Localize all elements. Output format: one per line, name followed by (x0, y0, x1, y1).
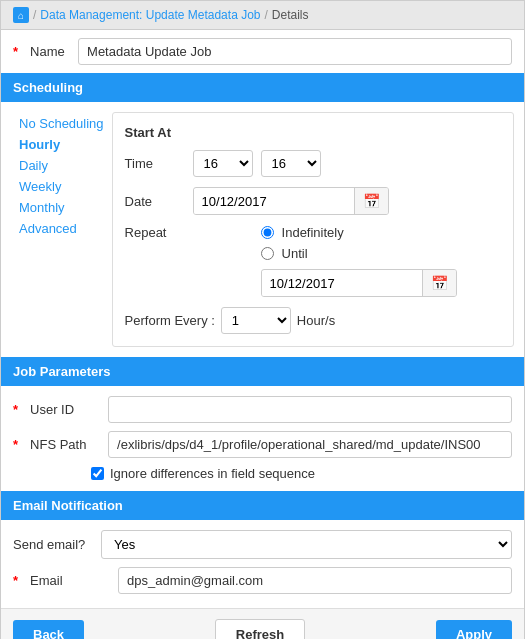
until-calendar-icon[interactable]: 📅 (422, 270, 456, 296)
job-parameters-header: Job Parameters (1, 357, 524, 386)
email-required-star: * (13, 573, 18, 588)
job-parameters-body: * User ID * NFS Path Ignore differences … (1, 386, 524, 491)
back-button[interactable]: Back (13, 620, 84, 639)
home-icon[interactable]: ⌂ (13, 7, 29, 23)
footer-bar: Back Refresh Apply (1, 608, 524, 639)
repeat-options: Indefinitely Until 📅 (261, 225, 457, 297)
email-notification-header: Email Notification (1, 491, 524, 520)
send-email-row: Send email? Yes No (13, 530, 512, 559)
nav-daily[interactable]: Daily (19, 158, 104, 173)
hour-select[interactable]: 16 (193, 150, 253, 177)
nav-monthly[interactable]: Monthly (19, 200, 104, 215)
repeat-until-label: Until (282, 246, 308, 261)
time-label: Time (125, 156, 185, 171)
breadcrumb-current: Details (272, 8, 309, 22)
nfs-path-required-star: * (13, 437, 18, 452)
time-row: Time 16 16 (125, 150, 501, 177)
user-id-label: User ID (30, 402, 100, 417)
calendar-icon[interactable]: 📅 (354, 188, 388, 214)
apply-button[interactable]: Apply (436, 620, 512, 639)
radio-indefinitely[interactable] (261, 226, 274, 239)
nav-no-scheduling[interactable]: No Scheduling (19, 116, 104, 131)
name-row: * Name (1, 30, 524, 73)
perform-every-row: Perform Every : 1 2 3 6 12 Hour/s (125, 307, 501, 334)
page-container: ⌂ / Data Management: Update Metadata Job… (0, 0, 525, 639)
ignore-diff-checkbox[interactable] (91, 467, 104, 480)
send-email-select[interactable]: Yes No (101, 530, 512, 559)
email-notification-body: Send email? Yes No * Email (1, 520, 524, 604)
scheduling-header: Scheduling (1, 73, 524, 102)
ignore-diff-label: Ignore differences in field sequence (110, 466, 315, 481)
repeat-indefinitely-label: Indefinitely (282, 225, 344, 240)
until-date-input[interactable] (262, 271, 422, 296)
breadcrumb: ⌂ / Data Management: Update Metadata Job… (1, 1, 524, 30)
user-id-required-star: * (13, 402, 18, 417)
radio-until-row: Until (261, 246, 457, 261)
start-at-label: Start At (125, 125, 501, 140)
nav-hourly[interactable]: Hourly (19, 137, 104, 152)
until-date-wrap: 📅 (261, 269, 457, 297)
nfs-path-row: * NFS Path (13, 431, 512, 458)
breadcrumb-link-data-management[interactable]: Data Management: Update Metadata Job (40, 8, 260, 22)
name-required-star: * (13, 44, 18, 59)
nfs-path-input[interactable] (108, 431, 512, 458)
user-id-row: * User ID (13, 396, 512, 423)
nfs-path-label: NFS Path (30, 437, 100, 452)
email-label: Email (30, 573, 110, 588)
date-input[interactable] (194, 189, 354, 214)
nav-advanced[interactable]: Advanced (19, 221, 104, 236)
perform-every-label: Perform Every : (125, 313, 215, 328)
email-input[interactable] (118, 567, 512, 594)
user-id-input[interactable] (108, 396, 512, 423)
scheduling-content: Start At Time 16 16 Date 📅 (112, 112, 514, 347)
scheduling-body: No Scheduling Hourly Daily Weekly Monthl… (1, 102, 524, 357)
radio-until[interactable] (261, 247, 274, 260)
date-label: Date (125, 194, 185, 209)
hours-label: Hour/s (297, 313, 335, 328)
date-input-wrap: 📅 (193, 187, 389, 215)
email-row: * Email (13, 567, 512, 594)
refresh-button[interactable]: Refresh (215, 619, 305, 639)
radio-indefinitely-row: Indefinitely (261, 225, 457, 240)
repeat-row: Repeat Indefinitely Until 📅 (125, 225, 501, 297)
nav-weekly[interactable]: Weekly (19, 179, 104, 194)
perform-every-select[interactable]: 1 2 3 6 12 (221, 307, 291, 334)
name-label: Name (30, 44, 70, 59)
repeat-label: Repeat (125, 225, 185, 240)
minute-select[interactable]: 16 (261, 150, 321, 177)
date-row: Date 📅 (125, 187, 501, 215)
send-email-label: Send email? (13, 537, 93, 552)
name-input[interactable] (78, 38, 512, 65)
ignore-diff-row: Ignore differences in field sequence (13, 466, 512, 481)
scheduling-nav: No Scheduling Hourly Daily Weekly Monthl… (11, 112, 112, 347)
